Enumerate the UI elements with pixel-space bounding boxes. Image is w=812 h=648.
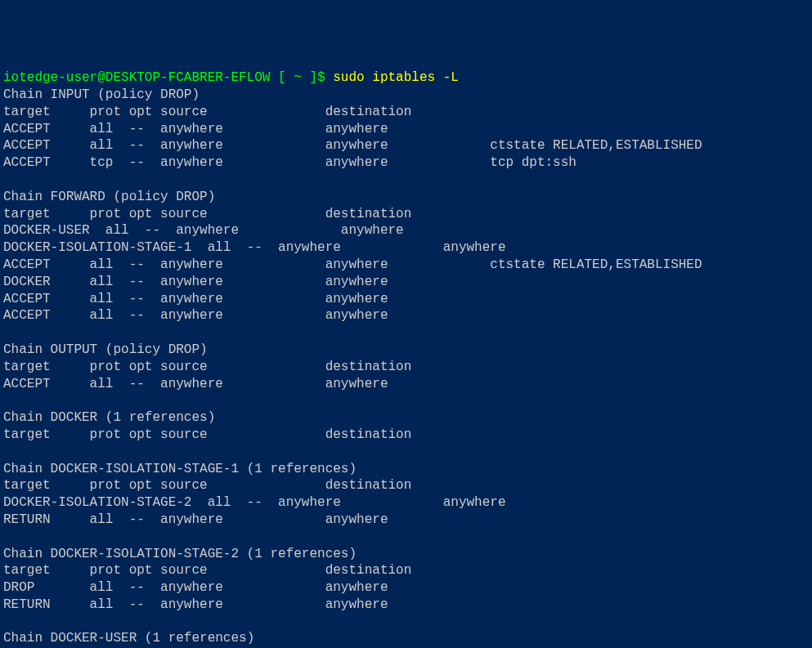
rule-line: ACCEPT all -- anywhere anywhere — [3, 291, 809, 308]
rule-line: DOCKER-USER all -- anywhere anywhere — [3, 222, 809, 239]
blank-line — [3, 444, 809, 461]
command-text: sudo iptables -L — [333, 70, 459, 85]
chain-name: Chain FORWARD (policy DROP) — [3, 189, 809, 206]
rule-line: RETURN all -- anywhere anywhere — [3, 512, 809, 529]
rule-line: DOCKER-ISOLATION-STAGE-2 all -- anywhere… — [3, 494, 809, 512]
prompt-path: [ ~ ]$ — [270, 70, 333, 85]
chain-name: Chain DOCKER (1 references) — [3, 409, 809, 427]
blank-line — [3, 614, 809, 631]
rule-line: ACCEPT all -- anywhere anywhere — [3, 376, 809, 393]
rule-line: DROP all -- anywhere anywhere — [3, 579, 809, 597]
rule-line: DOCKER all -- anywhere anywhere — [3, 274, 809, 291]
rule-line: ACCEPT all -- anywhere anywhere — [3, 121, 809, 138]
blank-line — [3, 392, 809, 409]
rule-line: RETURN all -- anywhere anywhere — [3, 597, 809, 614]
prompt-user: iotedge-user@DESKTOP-FCABRER-EFLOW — [3, 70, 270, 85]
rule-line: DOCKER-ISOLATION-STAGE-1 all -- anywhere… — [3, 239, 809, 257]
chain-header: target prot opt source destination — [3, 104, 809, 121]
rule-line: ACCEPT tcp -- anywhere anywhere tcp dpt:… — [3, 154, 809, 172]
chain-name: Chain DOCKER-ISOLATION-STAGE-2 (1 refere… — [3, 546, 809, 563]
terminal-output[interactable]: iotedge-user@DESKTOP-FCABRER-EFLOW [ ~ ]… — [3, 69, 809, 648]
blank-line — [3, 324, 809, 342]
chain-header: target prot opt source destination — [3, 477, 809, 494]
chain-header: target prot opt source destination — [3, 206, 809, 223]
blank-line — [3, 172, 809, 189]
rule-line: ACCEPT all -- anywhere anywhere ctstate … — [3, 257, 809, 274]
rule-line: ACCEPT all -- anywhere anywhere ctstate … — [3, 137, 809, 154]
blank-line — [3, 529, 809, 546]
prompt-line: iotedge-user@DESKTOP-FCABRER-EFLOW [ ~ ]… — [3, 69, 809, 87]
chain-header: target prot opt source destination — [3, 359, 809, 376]
chain-header: target prot opt source destination — [3, 427, 809, 444]
chain-name: Chain OUTPUT (policy DROP) — [3, 342, 809, 359]
chain-name: Chain DOCKER-USER (1 references) — [3, 630, 809, 647]
chain-name: Chain INPUT (policy DROP) — [3, 87, 809, 104]
chain-header: target prot opt source destination — [3, 562, 809, 579]
rule-line: ACCEPT all -- anywhere anywhere — [3, 307, 809, 324]
chain-name: Chain DOCKER-ISOLATION-STAGE-1 (1 refere… — [3, 461, 809, 478]
